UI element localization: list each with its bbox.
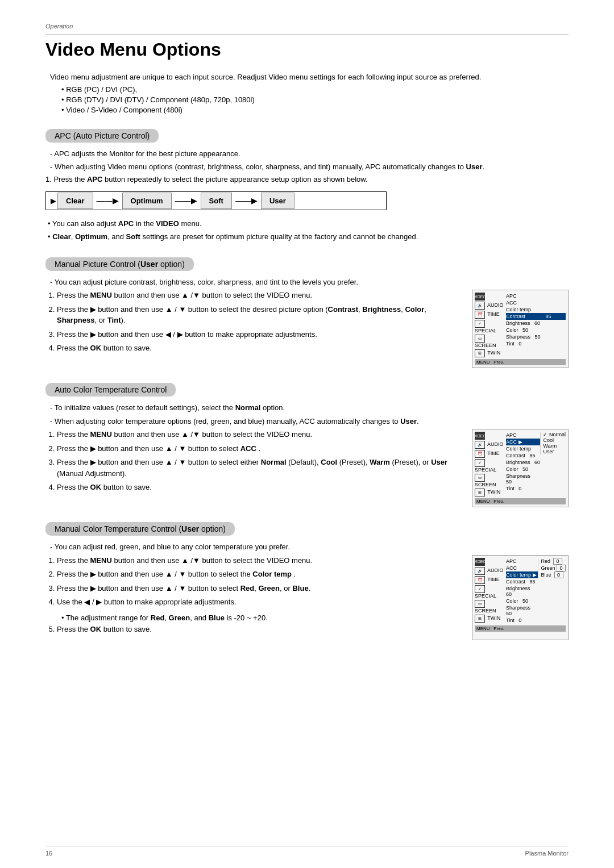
manual-picture-steps: Press the MENU button and then use ▲ /▼ … <box>45 290 460 368</box>
auto-color-two-col: Press the MENU button and then use ▲ /▼ … <box>45 429 569 507</box>
apc-bullet2: • Clear, Optimum, and Soft settings are … <box>45 231 569 243</box>
manual-picture-menu-footer: MENU Prev. <box>475 359 566 365</box>
auto-color-list: Press the MENU button and then use ▲ /▼ … <box>45 429 460 493</box>
apc-arrow-1: ——▶ <box>94 196 121 205</box>
manual-color-step-5: Press the OK button to save. <box>57 624 460 635</box>
apc-section: APC (Auto Picture Control) - APC adjusts… <box>45 123 569 243</box>
auto-color-header: Auto Color Temperature Control <box>45 383 176 397</box>
apc-flow: Clear ——▶ Optimum ——▶ Soft ——▶ User <box>45 191 387 210</box>
manual-color-section: Manual Color Temperature Control (User o… <box>45 516 569 640</box>
apc-arrow-2: ——▶ <box>173 196 200 205</box>
manual-picture-list: Press the MENU button and then use ▲ /▼ … <box>45 290 460 354</box>
auto-color-menu-footer: MENU Prev. <box>475 498 566 504</box>
auto-color-steps: Press the MENU button and then use ▲ /▼ … <box>45 429 460 507</box>
manual-picture-dash: - You can adjust picture contrast, brigh… <box>45 277 569 288</box>
auto-color-dash1: - To initialize values (reset to default… <box>45 402 569 414</box>
auto-color-step-3: Press the ▶ button and then use ▲ / ▼ bu… <box>57 457 460 479</box>
manual-color-step-4: Use the ◀ / ▶ button to make appropriate… <box>57 596 460 608</box>
manual-picture-header: Manual Picture Control (User option) <box>45 257 194 271</box>
manual-step-4: Press the OK button to save. <box>57 343 460 354</box>
intro-dash: Video menu adjustment are unique to each… <box>45 72 569 83</box>
manual-color-menu-footer: MENU Prev. <box>475 625 566 632</box>
manual-color-menu-screenshot: VIDEO 🔊 AUDIO ⏰ TIME ✓ SPECIAL ▭ SCREEN … <box>472 555 569 641</box>
manual-color-list-2: Press the OK button to save. <box>45 624 460 635</box>
intro-bullet-1: • RGB (PC) / DVI (PC), <box>45 85 569 94</box>
apc-start-arrow <box>46 192 56 210</box>
section-label: Operation <box>45 23 569 30</box>
auto-color-dash2: - When adjusting color temperature optio… <box>45 416 569 427</box>
intro-bullet-2: • RGB (DTV) / DVI (DTV) / Component (480… <box>45 95 569 104</box>
apc-item-clear: Clear <box>57 193 93 209</box>
auto-color-step-4: Press the OK button to save. <box>57 482 460 493</box>
manual-step-2: Press the ▶ button and then use ▲ / ▼ bu… <box>57 304 460 326</box>
page-footer: 16 Plasma Monitor <box>45 846 569 857</box>
auto-color-step-2: Press the ▶ button and then use ▲ / ▼ bu… <box>57 443 460 454</box>
manual-color-two-col: Press the MENU button and then use ▲ /▼ … <box>45 555 569 641</box>
manual-color-sub-bullet: • The adjustment range for Red, Green, a… <box>45 614 460 622</box>
manual-step-1: Press the MENU button and then use ▲ /▼ … <box>57 290 460 301</box>
intro-block: Video menu adjustment are unique to each… <box>45 72 569 114</box>
manual-color-step-1: Press the MENU button and then use ▲ /▼ … <box>57 555 460 566</box>
apc-dash1: - APC adjusts the Monitor for the best p… <box>45 148 569 160</box>
apc-arrow-3: ——▶ <box>233 196 260 205</box>
page: Operation Video Menu Options Video menu … <box>0 0 614 868</box>
auto-color-step-1: Press the MENU button and then use ▲ /▼ … <box>57 429 460 440</box>
apc-bullet1: • You can also adjust APC in the VIDEO m… <box>45 218 569 229</box>
manual-step-3: Press the ▶ button and then use ◀ / ▶ bu… <box>57 329 460 340</box>
manual-color-list: Press the MENU button and then use ▲ /▼ … <box>45 555 460 608</box>
apc-step1: 1. Press the APC button repeatedly to se… <box>45 175 569 183</box>
footer-label: Plasma Monitor <box>525 850 569 857</box>
manual-color-step-2: Press the ▶ button and then use ▲ / ▼ bu… <box>57 569 460 580</box>
manual-picture-two-col: Press the MENU button and then use ▲ /▼ … <box>45 290 569 368</box>
intro-bullet-3: • Video / S-Video / Component (480i) <box>45 106 569 114</box>
manual-picture-section: Manual Picture Control (User option) - Y… <box>45 252 569 369</box>
manual-picture-menu-screenshot: VIDEO 🔊 AUDIO ⏰ TIME ✓ SPECIAL ▭ SCREEN … <box>472 290 569 368</box>
apc-dash2: - When adjusting Video menu options (con… <box>45 161 569 173</box>
apc-item-soft: Soft <box>201 193 232 209</box>
auto-color-section: Auto Color Temperature Control - To init… <box>45 377 569 507</box>
apc-item-optimum: Optimum <box>122 193 172 209</box>
auto-color-menu-screenshot: VIDEO 🔊 AUDIO ⏰ TIME ✓ SPECIAL ▭ SCREEN … <box>472 429 569 507</box>
apc-item-user: User <box>261 193 294 209</box>
footer-page-number: 16 <box>45 850 52 857</box>
manual-color-step-3: Press the ▶ button and then use ▲ / ▼ bu… <box>57 583 460 594</box>
apc-header: APC (Auto Picture Control) <box>45 129 159 143</box>
manual-color-header: Manual Color Temperature Control (User o… <box>45 522 235 536</box>
page-title: Video Menu Options <box>45 39 569 60</box>
manual-color-steps: Press the MENU button and then use ▲ /▼ … <box>45 555 460 641</box>
manual-color-dash: - You can adjust red, green, and blue to… <box>45 541 569 553</box>
